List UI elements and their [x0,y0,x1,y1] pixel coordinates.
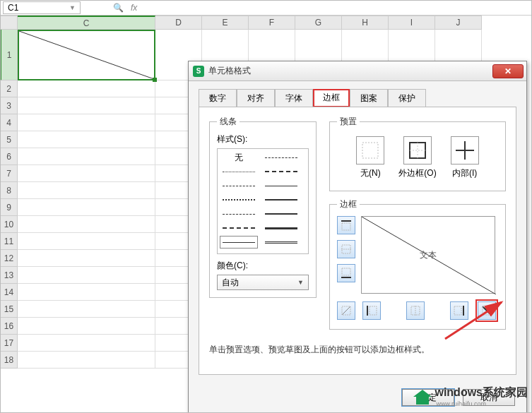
row-header[interactable]: 1 [0,30,18,80]
column-header[interactable]: I [389,16,435,30]
line-style-option[interactable] [263,166,300,177]
cell[interactable] [18,233,155,250]
tab-pattern[interactable]: 图案 [350,89,388,107]
cell[interactable] [18,148,155,165]
line-style-list[interactable]: 无 [217,148,309,254]
cell[interactable] [18,284,155,301]
line-group: 线条 样式(S): 无 颜 [209,116,317,298]
svg-line-14 [342,306,350,315]
row-header[interactable]: 8 [0,182,18,199]
svg-line-0 [19,31,154,79]
fx-icon[interactable]: fx [131,3,137,13]
preset-none[interactable]: 无(N) [356,136,384,179]
search-icon[interactable]: 🔍 [113,3,124,13]
tab-border[interactable]: 边框 [313,89,350,107]
column-header[interactable]: G [295,16,342,30]
svg-line-22 [483,306,491,315]
name-box[interactable]: C1 ▼ [3,1,81,14]
line-style-option[interactable] [220,194,257,205]
row-header[interactable]: 17 [0,335,18,352]
preset-inner[interactable]: 内部(I) [451,136,479,179]
line-style-option[interactable] [220,222,257,234]
border-right-button[interactable] [450,301,468,320]
line-legend: 线条 [217,116,240,128]
cell[interactable] [18,216,155,233]
row-header[interactable]: 12 [0,250,18,267]
row-header[interactable]: 18 [0,352,18,369]
cell-c1-selected[interactable] [18,30,155,80]
border-preview[interactable]: 文本 [361,216,495,294]
tab-font[interactable]: 字体 [275,89,313,107]
line-color-select[interactable]: 自动 ▼ [217,275,309,290]
tab-number[interactable]: 数字 [199,89,237,107]
color-value: 自动 [222,277,239,289]
cell[interactable] [18,199,155,216]
row-header[interactable]: 2 [0,80,18,97]
dialog-titlebar[interactable]: S 单元格格式 ✕ [189,61,526,81]
cell[interactable] [18,182,155,199]
dialog-tabs: 数字 对齐 字体 边框 图案 保护 [189,81,526,107]
border-vmiddle-button[interactable] [406,301,425,320]
cell[interactable] [18,80,155,97]
line-style-option[interactable] [263,194,300,205]
border-hmiddle-button[interactable] [337,240,355,258]
close-button[interactable]: ✕ [492,64,524,78]
border-bottom-button[interactable] [337,264,355,282]
border-top-button[interactable] [337,216,355,234]
column-header[interactable]: H [342,16,389,30]
column-header[interactable]: J [435,16,482,30]
row-header[interactable]: 14 [0,284,18,301]
row-header[interactable]: 3 [0,97,18,114]
row-header[interactable]: 9 [0,199,18,216]
row-header[interactable]: 10 [0,216,18,233]
line-style-option[interactable] [263,152,300,163]
row-header[interactable]: 5 [0,131,18,148]
line-style-none[interactable]: 无 [220,152,257,163]
tab-protect[interactable]: 保护 [388,89,426,107]
cell[interactable] [18,301,155,318]
line-style-option[interactable] [220,166,257,177]
svg-rect-12 [342,268,350,275]
watermark-brand: windows [435,386,483,398]
cell-format-dialog: S 单元格格式 ✕ 数字 对齐 字体 边框 图案 保护 线条 样式(S): 无 [188,61,527,413]
cell[interactable] [18,318,155,335]
cell[interactable] [18,250,155,267]
cell[interactable] [18,352,155,369]
column-header[interactable]: F [249,16,295,30]
line-style-option[interactable] [263,208,300,220]
preset-outer[interactable]: 外边框(O) [398,136,436,179]
column-header[interactable]: D [155,16,202,30]
column-header[interactable]: C [18,16,155,30]
cell[interactable] [18,97,155,114]
border-diag-down-button[interactable] [478,301,496,320]
cell[interactable] [18,165,155,182]
cell[interactable] [18,267,155,284]
row-header[interactable]: 16 [0,318,18,335]
formula-bar: C1 ▼ 🔍 fx [0,0,532,16]
row-header[interactable]: 4 [0,114,18,131]
fill-handle[interactable] [153,78,157,82]
row-header[interactable]: 7 [0,165,18,182]
watermark-sub: 系统家园 [483,386,528,398]
row-header[interactable]: 6 [0,148,18,165]
line-style-option[interactable] [220,208,257,220]
cell[interactable] [18,131,155,148]
row-header[interactable]: 11 [0,233,18,250]
border-left-button[interactable] [362,301,381,320]
select-all-corner[interactable] [0,16,18,30]
tab-align[interactable]: 对齐 [237,89,275,107]
cell[interactable] [18,335,155,352]
watermark-url: www.ruihaifu.com [436,400,528,409]
line-style-option[interactable] [220,180,257,191]
column-header[interactable]: E [202,16,249,30]
line-style-option-selected[interactable] [220,237,257,248]
line-style-option[interactable] [263,237,300,248]
watermark: windows系统家园 www.ruihaifu.com [413,385,528,409]
svg-rect-8 [342,223,350,230]
cell[interactable] [18,114,155,131]
border-diag-up-button[interactable] [337,301,355,320]
row-header[interactable]: 15 [0,301,18,318]
row-header[interactable]: 13 [0,267,18,284]
line-style-option[interactable] [263,180,300,191]
line-style-option[interactable] [263,222,300,234]
